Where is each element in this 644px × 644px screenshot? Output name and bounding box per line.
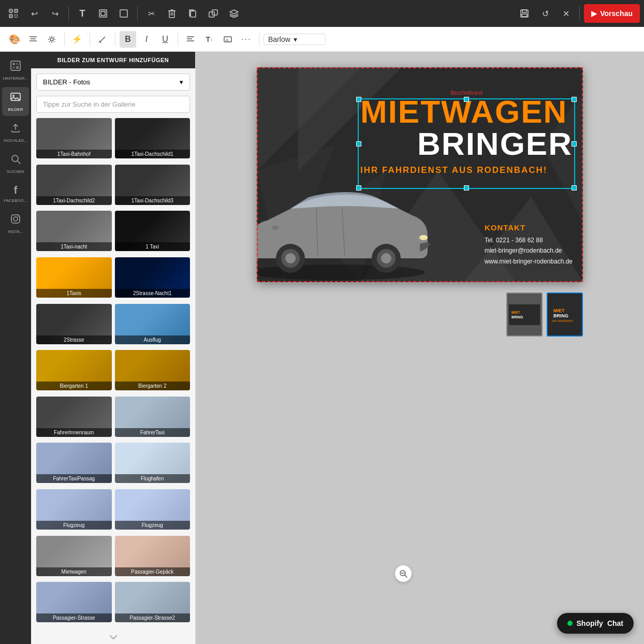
thumbnail-1[interactable]: MIET BRING — [506, 292, 543, 336]
lightning-button[interactable]: ⚡ — [69, 31, 85, 48]
more-button[interactable]: ··· — [238, 31, 255, 48]
image-cell-taxi-dachschild2[interactable]: 1Taxi-Dachschild2 — [36, 165, 112, 205]
image-label: FahrerInnenraum — [36, 428, 112, 437]
image-cell-flugzeug1[interactable]: Flugzeug — [36, 489, 112, 530]
sidebar-item-instagram[interactable]: INSTA... — [2, 209, 29, 238]
image-cell-passagier-strasse[interactable]: Passagier-Strasse — [36, 582, 112, 622]
image-cell-ausflug[interactable]: Ausflug — [115, 304, 191, 344]
placeholder-button[interactable] — [114, 4, 133, 23]
image-cell-strasse[interactable]: 2Strasse — [36, 304, 112, 344]
sidebar-item-upload[interactable]: HOCHLAD... — [2, 118, 29, 147]
image-cell-fahrerinnenraum[interactable]: FahrerInnenraum — [36, 397, 112, 437]
redo-button[interactable]: ↪ — [46, 4, 64, 23]
image-label: 1Taxi-Dachschild2 — [36, 196, 112, 205]
image-cell-strasse-nacht1[interactable]: 2Strasse-Nacht1 — [115, 257, 191, 298]
save-button[interactable] — [515, 4, 534, 23]
align-button[interactable] — [25, 31, 41, 48]
image-cell-flugzeug2[interactable]: Flugzeug — [115, 489, 191, 530]
background-icon — [10, 60, 21, 74]
copy-button[interactable] — [183, 4, 202, 23]
refresh-button[interactable]: ↺ — [536, 4, 554, 23]
image-cell-taxis[interactable]: 1Taxis — [36, 257, 112, 298]
image-label: Biergarten 2 — [115, 382, 191, 390]
svg-rect-15 — [212, 10, 217, 15]
bold-button[interactable]: B — [120, 31, 136, 48]
contact-label: KONTAKT — [485, 223, 573, 232]
image-cell-passagier-strasse2[interactable]: Passagier-Strasse2 — [115, 582, 191, 622]
thumbnail-2[interactable]: MIET BRING IHR FAHRDIENST — [547, 292, 583, 336]
divider1 — [68, 6, 69, 21]
image-cell-passagier-gepäck[interactable]: Passagier-Gepäck — [115, 536, 191, 576]
image-cell-taxi-nacht[interactable]: 1Taxi-nacht — [36, 211, 112, 251]
search-icon — [10, 153, 21, 167]
image-cell-taxi-dachschild3[interactable]: 1Taxi-Dachschild3 — [115, 165, 191, 205]
image-label: Biergarten 1 — [36, 382, 112, 390]
text-align-button[interactable] — [182, 31, 199, 48]
image-cell-fahrer-taxi-passag[interactable]: FahrerTaxiPassag — [36, 443, 112, 483]
preview-button[interactable]: ▶ Vorschau — [584, 4, 640, 23]
zoom-out-button[interactable] — [395, 565, 412, 582]
format-toolbar: 🎨 ⚡ B I U — [0, 27, 644, 52]
upload-icon — [10, 122, 21, 136]
text-size-button[interactable]: T↕ — [201, 31, 217, 48]
image-cell-flughafen[interactable]: Flughafen — [115, 443, 191, 483]
email-line: miet-bringer@rodenbach.de — [485, 245, 573, 256]
image-label: FahrerTaxi — [115, 428, 191, 437]
chat-label: Shopify — [577, 619, 603, 627]
contact-section: KONTAKT Tel. 0221 - 368 62 88 miet-bring… — [485, 223, 573, 267]
design-canvas[interactable]: Beschnittrand MIETWAGEN BRINGER IHR FAHR… — [257, 67, 583, 282]
font-selector[interactable]: Barlow ▾ — [264, 34, 326, 45]
sidebar-item-facebook[interactable]: f FACEBOO... — [2, 180, 29, 207]
tel-line: Tel. 0221 - 368 62 88 — [485, 235, 573, 245]
arrange-button[interactable] — [204, 4, 223, 23]
svg-point-64 — [419, 235, 428, 240]
frame-tool-button[interactable] — [94, 4, 112, 23]
tb2-div2 — [90, 33, 90, 46]
image-cell-biergarten2[interactable]: Biergarten 2 — [115, 350, 191, 390]
text-box-button[interactable]: A — [219, 31, 236, 48]
effects-button[interactable] — [43, 31, 60, 48]
subtitle-text: IHR FAHRDIENST AUS RODENBACH! — [360, 165, 573, 175]
cut-button[interactable]: ✂ — [142, 4, 160, 23]
sidebar-label-instagram: INSTA... — [8, 229, 23, 234]
qr-code-button[interactable] — [4, 4, 23, 23]
sidebar-label-facebook: FACEBOO... — [4, 198, 27, 203]
sidebar-item-background[interactable]: HINTERGR... — [2, 56, 29, 85]
svg-point-48 — [13, 217, 18, 221]
svg-rect-12 — [120, 10, 127, 17]
image-label: 2Strasse-Nacht1 — [115, 289, 191, 298]
svg-line-30 — [49, 41, 50, 42]
text-tool-button[interactable]: T — [73, 4, 92, 23]
delete-button[interactable] — [163, 4, 181, 23]
image-cell-taxi-bahnhof[interactable]: 1Taxi-Bahnhof — [36, 118, 112, 158]
svg-point-44 — [12, 95, 14, 97]
search-field[interactable]: Tippe zur Suche in der Gallerie — [36, 96, 190, 113]
sidebar-item-search[interactable]: SUCHEN — [2, 149, 29, 178]
image-cell-biergarten1[interactable]: Biergarten 1 — [36, 350, 112, 390]
category-dropdown[interactable]: BILDER - Fotos ▾ — [36, 74, 190, 91]
svg-rect-38 — [11, 61, 20, 70]
undo-button[interactable]: ↩ — [25, 4, 43, 23]
svg-rect-7 — [17, 14, 18, 16]
layers-button[interactable] — [225, 4, 243, 23]
svg-rect-68 — [509, 304, 540, 325]
image-cell-taxi-dachschild1[interactable]: 1Taxi-Dachschild1 — [115, 118, 191, 158]
chat-bubble[interactable]: Shopify Chat — [557, 613, 634, 634]
image-label: 2Strasse — [36, 335, 112, 344]
italic-button[interactable]: I — [138, 31, 155, 48]
svg-rect-14 — [209, 12, 214, 17]
svg-point-49 — [18, 216, 19, 217]
eraser-button[interactable] — [94, 31, 111, 48]
svg-point-45 — [12, 155, 18, 162]
underline-button[interactable]: U — [157, 31, 173, 48]
sidebar-item-images[interactable]: BILDER — [2, 87, 29, 116]
panel-header: BILDER ZUM ENTWURF HINZUFÜGEN — [31, 52, 195, 68]
svg-rect-41 — [12, 66, 15, 69]
image-cell-fahrer-taxi[interactable]: FahrerTaxi — [115, 397, 191, 437]
image-label: Flughafen — [115, 474, 191, 483]
close-button[interactable]: ✕ — [557, 4, 575, 23]
color-button[interactable]: 🎨 — [6, 31, 23, 48]
image-cell-taxi1[interactable]: 1 Taxi — [115, 211, 191, 251]
image-cell-mietwagen[interactable]: Mietwagen — [36, 536, 112, 576]
svg-text:A: A — [226, 38, 229, 42]
